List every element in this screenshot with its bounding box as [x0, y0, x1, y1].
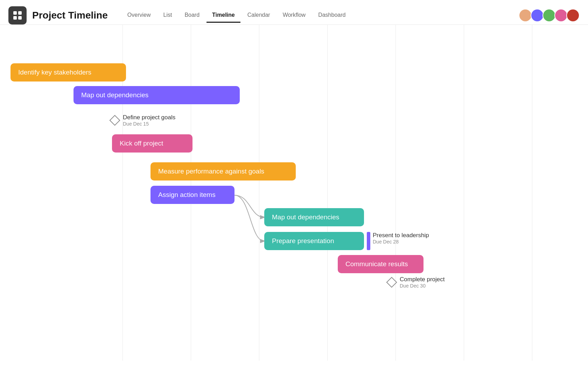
tab-overview[interactable]: Overview	[122, 8, 156, 23]
app-logo	[8, 6, 27, 24]
milestone-present-name: Present to leadership	[373, 232, 429, 239]
tab-calendar[interactable]: Calendar	[242, 8, 276, 23]
milestone-define-goals: Define project goals Due Dec 15	[111, 114, 175, 127]
tab-list[interactable]: List	[158, 8, 177, 23]
svg-rect-1	[13, 16, 17, 20]
milestone-complete-project: Complete project Due Dec 30	[388, 276, 445, 289]
project-title: Project Timeline	[32, 10, 108, 21]
task-assign-action[interactable]: Assign action items	[150, 186, 234, 204]
task-identify-stakeholders[interactable]: Identify key stakeholders	[10, 63, 126, 82]
timeline-area: Identify key stakeholders Map out depend…	[0, 25, 588, 361]
avatar-4	[554, 9, 568, 22]
grid-line-4	[327, 25, 328, 361]
grid-line-7	[532, 25, 532, 361]
avatar-group	[519, 9, 580, 22]
task-map-dependencies-1[interactable]: Map out dependencies	[74, 86, 240, 104]
avatar-3	[542, 9, 556, 22]
tab-timeline[interactable]: Timeline	[206, 8, 240, 23]
svg-rect-0	[13, 11, 17, 15]
avatar-2	[531, 9, 544, 22]
task-kick-off[interactable]: Kick off project	[112, 134, 192, 153]
svg-rect-2	[18, 11, 22, 15]
avatar-5	[566, 9, 580, 22]
grid-line-6	[464, 25, 464, 361]
grid-line-5	[396, 25, 396, 361]
diamond-icon	[109, 115, 120, 126]
milestone-define-goals-due: Due Dec 15	[123, 121, 175, 127]
avatar-1	[519, 9, 532, 22]
tab-workflow[interactable]: Workflow	[277, 8, 312, 23]
milestone-present-leadership: Present to leadership Due Dec 28	[373, 232, 429, 245]
task-map-dependencies-2[interactable]: Map out dependencies	[264, 208, 364, 226]
tab-dashboard[interactable]: Dashboard	[313, 8, 351, 23]
svg-rect-3	[18, 16, 22, 20]
header: Project Timeline Overview List Board Tim…	[0, 0, 588, 25]
task-prepare-presentation[interactable]: Prepare presentation	[264, 232, 364, 250]
milestone-bar-present	[367, 232, 370, 250]
task-measure-performance[interactable]: Measure performance against goals	[150, 162, 296, 181]
diamond-icon-complete	[386, 277, 397, 288]
nav-tabs: Overview List Board Timeline Calendar Wo…	[122, 8, 519, 22]
milestone-define-goals-name: Define project goals	[123, 114, 175, 121]
milestone-complete-name: Complete project	[400, 276, 445, 283]
grid-line-3	[259, 25, 259, 361]
tab-board[interactable]: Board	[179, 8, 205, 23]
milestone-complete-due: Due Dec 30	[400, 283, 445, 289]
task-communicate-results[interactable]: Communicate results	[338, 255, 424, 273]
milestone-present-due: Due Dec 28	[373, 239, 429, 245]
